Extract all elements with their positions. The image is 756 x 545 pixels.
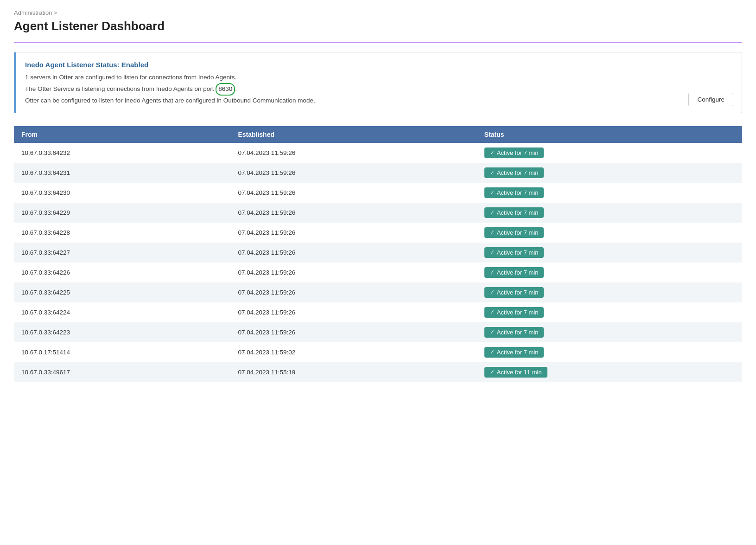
- status-badge: ✓Active for 7 min: [484, 247, 544, 258]
- table-row: 10.67.0.33:6423207.04.2023 11:59:26✓Acti…: [14, 143, 742, 163]
- cell-established: 07.04.2023 11:59:26: [230, 183, 476, 203]
- check-icon: ✓: [490, 309, 495, 315]
- cell-status: ✓Active for 7 min: [477, 282, 742, 302]
- cell-status: ✓Active for 7 min: [477, 163, 742, 183]
- table-header-row: From Established Status: [14, 126, 742, 143]
- info-line-2: The Otter Service is listening connectio…: [25, 83, 732, 96]
- cell-from: 10.67.0.33:64223: [14, 322, 230, 342]
- configure-button[interactable]: Configure: [688, 93, 733, 106]
- col-from: From: [14, 126, 230, 143]
- breadcrumb: Administration >: [14, 9, 742, 16]
- cell-established: 07.04.2023 11:59:26: [230, 322, 476, 342]
- status-text: Active for 7 min: [497, 269, 539, 276]
- cell-status: ✓Active for 7 min: [477, 243, 742, 263]
- status-badge: ✓Active for 7 min: [484, 207, 544, 218]
- cell-from: 10.67.0.33:64224: [14, 302, 230, 322]
- cell-established: 07.04.2023 11:59:26: [230, 263, 476, 282]
- table-row: 10.67.0.17:5141407.04.2023 11:59:02✓Acti…: [14, 342, 742, 362]
- cell-status: ✓Active for 7 min: [477, 302, 742, 322]
- check-icon: ✓: [490, 369, 495, 375]
- cell-established: 07.04.2023 11:59:26: [230, 302, 476, 322]
- col-status: Status: [477, 126, 742, 143]
- cell-established: 07.04.2023 11:59:02: [230, 342, 476, 362]
- check-icon: ✓: [490, 169, 495, 176]
- status-text: Active for 7 min: [497, 189, 539, 196]
- port-number: 8630: [216, 83, 235, 96]
- status-badge: ✓Active for 7 min: [484, 187, 544, 198]
- info-line-3: Otter can be configured to listen for In…: [25, 96, 732, 106]
- cell-established: 07.04.2023 11:59:26: [230, 163, 476, 183]
- cell-status: ✓Active for 7 min: [477, 342, 742, 362]
- connections-table: From Established Status 10.67.0.33:64232…: [14, 126, 742, 382]
- cell-established: 07.04.2023 11:55:19: [230, 362, 476, 382]
- table-row: 10.67.0.33:6422607.04.2023 11:59:26✓Acti…: [14, 263, 742, 282]
- status-text: Active for 7 min: [497, 149, 539, 156]
- check-icon: ✓: [490, 149, 495, 156]
- table-row: 10.67.0.33:6422907.04.2023 11:59:26✓Acti…: [14, 203, 742, 223]
- cell-from: 10.67.0.33:49617: [14, 362, 230, 382]
- cell-established: 07.04.2023 11:59:26: [230, 243, 476, 263]
- status-text: Active for 11 min: [497, 369, 542, 376]
- check-icon: ✓: [490, 209, 495, 216]
- status-text: Active for 7 min: [497, 309, 539, 316]
- status-badge: ✓Active for 7 min: [484, 327, 544, 338]
- cell-status: ✓Active for 7 min: [477, 263, 742, 282]
- section-divider: [14, 42, 742, 43]
- cell-established: 07.04.2023 11:59:26: [230, 282, 476, 302]
- cell-from: 10.67.0.33:64232: [14, 143, 230, 163]
- cell-from: 10.67.0.17:51414: [14, 342, 230, 362]
- table-body: 10.67.0.33:6423207.04.2023 11:59:26✓Acti…: [14, 143, 742, 382]
- cell-status: ✓Active for 7 min: [477, 143, 742, 163]
- status-badge: ✓Active for 7 min: [484, 227, 544, 238]
- cell-from: 10.67.0.33:64228: [14, 223, 230, 243]
- info-line-1: 1 servers in Otter are configured to lis…: [25, 72, 732, 83]
- check-icon: ✓: [490, 329, 495, 335]
- cell-established: 07.04.2023 11:59:26: [230, 203, 476, 223]
- check-icon: ✓: [490, 349, 495, 355]
- check-icon: ✓: [490, 229, 495, 236]
- status-badge: ✓Active for 7 min: [484, 167, 544, 178]
- cell-from: 10.67.0.33:64227: [14, 243, 230, 263]
- status-badge: ✓Active for 11 min: [484, 367, 547, 378]
- table-row: 10.67.0.33:6423107.04.2023 11:59:26✓Acti…: [14, 163, 742, 183]
- col-established: Established: [230, 126, 476, 143]
- status-badge: ✓Active for 7 min: [484, 347, 544, 358]
- table-row: 10.67.0.33:6422507.04.2023 11:59:26✓Acti…: [14, 282, 742, 302]
- status-text: Active for 7 min: [497, 289, 539, 296]
- status-badge: ✓Active for 7 min: [484, 147, 544, 158]
- check-icon: ✓: [490, 189, 495, 196]
- status-badge: ✓Active for 7 min: [484, 287, 544, 298]
- cell-status: ✓Active for 7 min: [477, 322, 742, 342]
- cell-from: 10.67.0.33:64226: [14, 263, 230, 282]
- cell-from: 10.67.0.33:64230: [14, 183, 230, 203]
- cell-status: ✓Active for 7 min: [477, 183, 742, 203]
- status-text: Active for 7 min: [497, 329, 539, 336]
- table-row: 10.67.0.33:6423007.04.2023 11:59:26✓Acti…: [14, 183, 742, 203]
- info-card-title: Inedo Agent Listener Status: Enabled: [25, 61, 732, 69]
- cell-established: 07.04.2023 11:59:26: [230, 223, 476, 243]
- status-text: Active for 7 min: [497, 229, 539, 236]
- info-card: Inedo Agent Listener Status: Enabled 1 s…: [14, 52, 742, 113]
- check-icon: ✓: [490, 289, 495, 295]
- cell-from: 10.67.0.33:64231: [14, 163, 230, 183]
- check-icon: ✓: [490, 249, 495, 256]
- table-row: 10.67.0.33:6422707.04.2023 11:59:26✓Acti…: [14, 243, 742, 263]
- status-text: Active for 7 min: [497, 209, 539, 216]
- status-badge: ✓Active for 7 min: [484, 267, 544, 278]
- status-text: Active for 7 min: [497, 249, 539, 256]
- page-title: Agent Listener Dashboard: [14, 19, 742, 33]
- table-header: From Established Status: [14, 126, 742, 143]
- table-row: 10.67.0.33:4961707.04.2023 11:55:19✓Acti…: [14, 362, 742, 382]
- check-icon: ✓: [490, 269, 495, 276]
- status-badge: ✓Active for 7 min: [484, 307, 544, 318]
- table-row: 10.67.0.33:6422807.04.2023 11:59:26✓Acti…: [14, 223, 742, 243]
- status-text: Active for 7 min: [497, 169, 539, 176]
- cell-status: ✓Active for 7 min: [477, 223, 742, 243]
- table-row: 10.67.0.33:6422307.04.2023 11:59:26✓Acti…: [14, 322, 742, 342]
- cell-from: 10.67.0.33:64225: [14, 282, 230, 302]
- cell-from: 10.67.0.33:64229: [14, 203, 230, 223]
- status-text: Active for 7 min: [497, 349, 539, 356]
- cell-status: ✓Active for 11 min: [477, 362, 742, 382]
- table-row: 10.67.0.33:6422407.04.2023 11:59:26✓Acti…: [14, 302, 742, 322]
- cell-status: ✓Active for 7 min: [477, 203, 742, 223]
